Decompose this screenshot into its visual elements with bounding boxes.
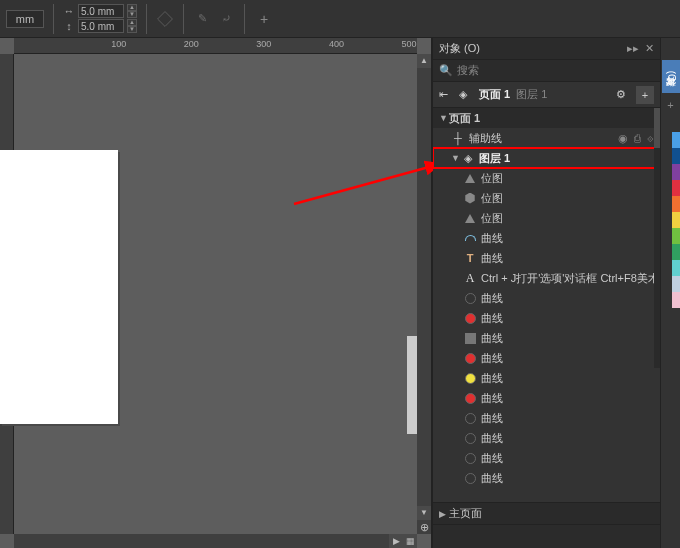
master-page-node[interactable]: ▶ 主页面 — [433, 502, 660, 524]
layer-tree[interactable]: ▼ 页面 1 ┼ 辅助线 ◉ ⎙ ⟐ ▼ ◈ 图层 1 位 — [433, 108, 660, 502]
search-row[interactable]: 🔍 搜索 — [433, 60, 660, 82]
object-icon — [463, 431, 477, 445]
object-label: 曲线 — [481, 231, 503, 246]
object-label: 曲线 — [481, 251, 503, 266]
object-node[interactable]: 曲线 — [433, 408, 660, 428]
scroll-up-button[interactable]: ▲ — [417, 54, 431, 68]
spinner-up[interactable]: ▲ — [127, 19, 137, 26]
object-node[interactable]: 曲线 — [433, 228, 660, 248]
document-page[interactable] — [0, 150, 118, 424]
object-node[interactable]: 位图 — [433, 208, 660, 228]
object-node[interactable]: 曲线 — [433, 288, 660, 308]
scroll-right-button[interactable]: ▶ — [389, 534, 403, 548]
object-node[interactable]: 位图 — [433, 188, 660, 208]
unit-selector[interactable]: mm — [6, 10, 44, 28]
object-node[interactable]: 曲线 — [433, 448, 660, 468]
color-swatch[interactable] — [672, 132, 680, 148]
object-node[interactable]: T曲线 — [433, 248, 660, 268]
panel-close-icon[interactable]: ✕ — [645, 42, 654, 55]
separator — [53, 4, 54, 34]
object-label: 曲线 — [481, 391, 503, 406]
panel-menu-icon[interactable]: ▸▸ — [627, 42, 639, 55]
object-node[interactable]: 曲线 — [433, 368, 660, 388]
nudge-size-group: ↔ ▲▼ ↕ ▲▼ — [63, 4, 137, 33]
color-swatch[interactable] — [672, 228, 680, 244]
tree-scrollbar[interactable] — [654, 108, 660, 368]
scrollbar-thumb[interactable] — [654, 108, 660, 148]
print-icon[interactable]: ⎙ — [634, 132, 641, 145]
object-node[interactable]: 曲线 — [433, 428, 660, 448]
nudge-height-input[interactable] — [78, 19, 124, 33]
ruler-tick: 500 — [401, 39, 416, 49]
width-icon: ↔ — [63, 5, 75, 17]
color-swatch[interactable] — [672, 212, 680, 228]
object-label: 曲线 — [481, 311, 503, 326]
object-label: 曲线 — [481, 431, 503, 446]
color-swatch[interactable] — [672, 276, 680, 292]
panel-footer — [433, 524, 660, 548]
object-node[interactable]: 曲线 — [433, 388, 660, 408]
nav-button[interactable]: ▦ — [403, 534, 417, 548]
object-node[interactable]: ACtrl + J打开'选项'对话框 Ctrl+F8美术 — [433, 268, 660, 288]
breadcrumb-page[interactable]: 页面 1 — [479, 87, 510, 102]
color-palette[interactable] — [672, 132, 680, 308]
objects-tab[interactable]: 对象 (O) — [662, 60, 680, 93]
gear-icon[interactable]: ⚙ — [616, 88, 626, 101]
horizontal-ruler[interactable]: 100 200 300 400 500 — [14, 38, 417, 54]
object-node[interactable]: 位图 — [433, 168, 660, 188]
canvas-area[interactable]: 100 200 300 400 500 ▲ ▼ ⊕ ▶ ▦ — [0, 38, 432, 548]
breadcrumb-layer[interactable]: 图层 1 — [516, 87, 547, 102]
object-node[interactable]: 曲线 — [433, 308, 660, 328]
collapse-icon[interactable]: ▼ — [439, 113, 449, 123]
breadcrumb-row: ⇤ ◈ 页面 1 图层 1 ⚙ + — [433, 82, 660, 108]
scroll-down-button[interactable]: ▼ — [417, 506, 431, 520]
color-swatch[interactable] — [672, 148, 680, 164]
object-label: 曲线 — [481, 331, 503, 346]
object-label: 曲线 — [481, 411, 503, 426]
object-label: Ctrl + J打开'选项'对话框 Ctrl+F8美术 — [481, 271, 659, 286]
crop-tool-icon[interactable] — [156, 10, 174, 28]
guides-node[interactable]: ┼ 辅助线 ◉ ⎙ ⟐ — [433, 128, 660, 148]
separator — [244, 4, 245, 34]
object-node[interactable]: 曲线 — [433, 468, 660, 488]
height-icon: ↕ — [63, 20, 75, 32]
object-label: 曲线 — [481, 371, 503, 386]
object-node[interactable]: 曲线 — [433, 348, 660, 368]
back-icon[interactable]: ⇤ — [439, 88, 453, 102]
page-node[interactable]: ▼ 页面 1 — [433, 108, 660, 128]
color-swatch[interactable] — [672, 260, 680, 276]
ruler-tick: 300 — [256, 39, 271, 49]
nudge-width-input[interactable] — [78, 4, 124, 18]
vertical-scrollbar[interactable]: ▲ ▼ ⊕ — [417, 54, 431, 534]
options-toolbar: mm ↔ ▲▼ ↕ ▲▼ ✎ ⤾ + — [0, 0, 680, 38]
spinner-up[interactable]: ▲ — [127, 4, 137, 11]
color-swatch[interactable] — [672, 164, 680, 180]
object-label: 位图 — [481, 171, 503, 186]
spinner-down[interactable]: ▼ — [127, 11, 137, 18]
object-node[interactable]: 曲线 — [433, 328, 660, 348]
object-icon — [463, 471, 477, 485]
layer-node[interactable]: ▼ ◈ 图层 1 — [433, 148, 660, 168]
layer-label: 图层 1 — [479, 151, 510, 166]
color-swatch[interactable] — [672, 292, 680, 308]
color-swatch[interactable] — [672, 196, 680, 212]
object-icon: T — [463, 251, 477, 265]
color-swatch[interactable] — [672, 244, 680, 260]
guides-label: 辅助线 — [469, 131, 502, 146]
spinner-down[interactable]: ▼ — [127, 26, 137, 33]
lock-icon[interactable]: ⟐ — [647, 132, 654, 145]
add-layer-button[interactable]: + — [636, 86, 654, 104]
horizontal-scrollbar[interactable]: ▶ ▦ — [14, 534, 417, 548]
object-icon — [463, 211, 477, 225]
collapse-icon[interactable]: ▼ — [451, 153, 461, 163]
color-swatch[interactable] — [672, 180, 680, 196]
expand-icon[interactable]: ▶ — [439, 509, 449, 519]
objects-panel: 对象 (O) ▸▸ ✕ 🔍 搜索 ⇤ ◈ 页面 1 图层 1 ⚙ + — [432, 38, 660, 548]
layers-icon: ◈ — [459, 88, 473, 102]
object-icon: A — [463, 271, 477, 285]
ruler-tick: 400 — [329, 39, 344, 49]
zoom-tool-icon[interactable]: ⊕ — [417, 520, 431, 534]
add-tool-button[interactable]: + — [260, 11, 268, 27]
visibility-icon[interactable]: ◉ — [618, 132, 628, 145]
add-tab-button[interactable]: + — [667, 99, 673, 111]
